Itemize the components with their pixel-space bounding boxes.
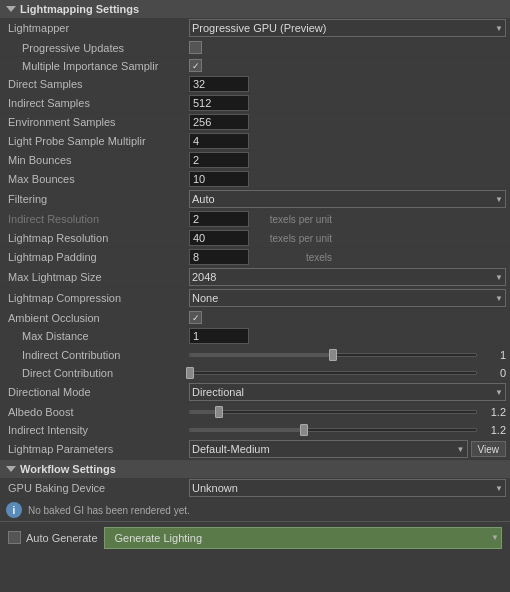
generate-lighting-select[interactable]: Generate Lighting (104, 527, 502, 549)
slider-track-indirect-intensity[interactable] (189, 428, 477, 432)
input-direct-samples[interactable] (189, 76, 249, 92)
workflow-triangle (6, 466, 16, 472)
workflow-header[interactable]: Workflow Settings (0, 460, 510, 478)
input-light-probe-multiplier[interactable] (189, 133, 249, 149)
slider-thumb-direct-contribution[interactable] (186, 367, 194, 379)
value-min-bounces (189, 152, 506, 168)
dropdown-wrapper-filtering[interactable]: AutoNoneManual (189, 190, 506, 208)
slider-track-indirect-contribution[interactable] (189, 353, 477, 357)
row-multiple-importance: Multiple Importance Samplir✓ (0, 57, 510, 75)
value-light-probe-multiplier (189, 133, 506, 149)
dropdown-wrapper-directional-mode[interactable]: Non-DirectionalDirectional (189, 383, 506, 401)
row-directional-mode: Directional ModeNon-DirectionalDirection… (0, 382, 510, 403)
label-filtering: Filtering (4, 193, 189, 205)
row-direct-contribution: Direct Contribution0 (0, 364, 510, 382)
label-max-bounces: Max Bounces (4, 173, 189, 185)
view-button-lightmap-parameters[interactable]: View (471, 441, 507, 457)
lightmapping-header[interactable]: Lightmapping Settings (0, 0, 510, 18)
row-max-bounces: Max Bounces (0, 170, 510, 189)
slider-container-albedo-boost: 1.2 (189, 406, 506, 418)
dropdown-gpu-baking-device[interactable]: Unknown (189, 479, 506, 497)
checkbox-progressive-updates[interactable] (189, 41, 202, 54)
input-max-bounces[interactable] (189, 171, 249, 187)
checkbox-multiple-importance[interactable]: ✓ (189, 59, 202, 72)
input-max-distance[interactable] (189, 328, 249, 344)
row-albedo-boost: Albedo Boost1.2 (0, 403, 510, 421)
dropdown-wrapper-gpu-baking-device[interactable]: Unknown (189, 479, 506, 497)
dropdown-directional-mode[interactable]: Non-DirectionalDirectional (189, 383, 506, 401)
input-lightmap-resolution[interactable] (189, 230, 249, 246)
slider-track-direct-contribution[interactable] (189, 371, 477, 375)
checkbox-ambient-occlusion[interactable]: ✓ (189, 311, 202, 324)
slider-track-albedo-boost[interactable] (189, 410, 477, 414)
value-max-bounces (189, 171, 506, 187)
dropdown-wrapper-lightmap-compression[interactable]: NoneLow QualityNormal QualityHigh Qualit… (189, 289, 506, 307)
generate-lighting-dropdown[interactable]: Generate Lighting (104, 527, 502, 549)
value-ambient-occlusion: ✓ (189, 311, 506, 324)
unit-lightmap-padding: texels (252, 252, 332, 263)
input-indirect-samples[interactable] (189, 95, 249, 111)
row-indirect-samples: Indirect Samples (0, 94, 510, 113)
dropdown-lightmap-parameters[interactable]: Default-Medium (189, 440, 468, 458)
dropdown-lightmap-compression[interactable]: NoneLow QualityNormal QualityHigh Qualit… (189, 289, 506, 307)
row-direct-samples: Direct Samples (0, 75, 510, 94)
dropdown-wrapper-lightmapper[interactable]: Progressive CPUProgressive GPU (Preview)… (189, 19, 506, 37)
input-lightmap-padding[interactable] (189, 249, 249, 265)
slider-value-albedo-boost: 1.2 (481, 406, 506, 418)
value-indirect-intensity: 1.2 (189, 424, 506, 436)
label-direct-samples: Direct Samples (4, 78, 189, 90)
lightmapping-title: Lightmapping Settings (20, 3, 139, 15)
label-direct-contribution: Direct Contribution (4, 367, 189, 379)
value-gpu-baking-device: Unknown (189, 479, 506, 497)
slider-value-indirect-intensity: 1.2 (481, 424, 506, 436)
label-ambient-occlusion: Ambient Occlusion (4, 312, 189, 324)
bottom-bar: Auto Generate Generate Lighting (0, 521, 510, 553)
value-albedo-boost: 1.2 (189, 406, 506, 418)
label-lightmap-compression: Lightmap Compression (4, 292, 189, 304)
dropdown-wrapper-lightmap-parameters[interactable]: Default-Medium (189, 440, 468, 458)
lightmapping-rows: LightmapperProgressive CPUProgressive GP… (0, 18, 510, 460)
value-lightmap-compression: NoneLow QualityNormal QualityHigh Qualit… (189, 289, 506, 307)
value-indirect-samples (189, 95, 506, 111)
value-max-lightmap-size: 256512102420484096 (189, 268, 506, 286)
dropdown-max-lightmap-size[interactable]: 256512102420484096 (189, 268, 506, 286)
unit-lightmap-resolution: texels per unit (252, 233, 332, 244)
dropdown-filtering[interactable]: AutoNoneManual (189, 190, 506, 208)
row-indirect-resolution: Indirect Resolutiontexels per unit (0, 210, 510, 229)
notification-row: i No baked GI has been rendered yet. (0, 499, 510, 521)
value-lightmap-padding: texels (189, 249, 506, 265)
notification-text: No baked GI has been rendered yet. (28, 505, 504, 516)
label-min-bounces: Min Bounces (4, 154, 189, 166)
label-progressive-updates: Progressive Updates (4, 42, 189, 54)
label-indirect-resolution: Indirect Resolution (4, 213, 189, 225)
slider-container-indirect-intensity: 1.2 (189, 424, 506, 436)
value-environment-samples (189, 114, 506, 130)
row-filtering: FilteringAutoNoneManual (0, 189, 510, 210)
input-min-bounces[interactable] (189, 152, 249, 168)
row-indirect-contribution: Indirect Contribution1 (0, 346, 510, 364)
row-ambient-occlusion: Ambient Occlusion✓ (0, 309, 510, 327)
slider-thumb-albedo-boost[interactable] (215, 406, 223, 418)
workflow-section: Workflow Settings GPU Baking DeviceUnkno… (0, 460, 510, 521)
value-indirect-resolution: texels per unit (189, 211, 506, 227)
auto-generate-label: Auto Generate (26, 532, 98, 544)
row-lightmapper: LightmapperProgressive CPUProgressive GP… (0, 18, 510, 39)
label-albedo-boost: Albedo Boost (4, 406, 189, 418)
auto-generate-checkbox[interactable] (8, 531, 21, 544)
value-lightmapper: Progressive CPUProgressive GPU (Preview)… (189, 19, 506, 37)
label-max-lightmap-size: Max Lightmap Size (4, 271, 189, 283)
row-lightmap-resolution: Lightmap Resolutiontexels per unit (0, 229, 510, 248)
workflow-rows: GPU Baking DeviceUnknown (0, 478, 510, 499)
row-min-bounces: Min Bounces (0, 151, 510, 170)
row-max-lightmap-size: Max Lightmap Size256512102420484096 (0, 267, 510, 288)
label-directional-mode: Directional Mode (4, 386, 189, 398)
value-directional-mode: Non-DirectionalDirectional (189, 383, 506, 401)
slider-value-direct-contribution: 0 (481, 367, 506, 379)
value-direct-samples (189, 76, 506, 92)
dropdown-lightmapper[interactable]: Progressive CPUProgressive GPU (Preview)… (189, 19, 506, 37)
dropdown-wrapper-max-lightmap-size[interactable]: 256512102420484096 (189, 268, 506, 286)
slider-thumb-indirect-intensity[interactable] (300, 424, 308, 436)
label-lightmap-padding: Lightmap Padding (4, 251, 189, 263)
slider-thumb-indirect-contribution[interactable] (329, 349, 337, 361)
input-environment-samples[interactable] (189, 114, 249, 130)
